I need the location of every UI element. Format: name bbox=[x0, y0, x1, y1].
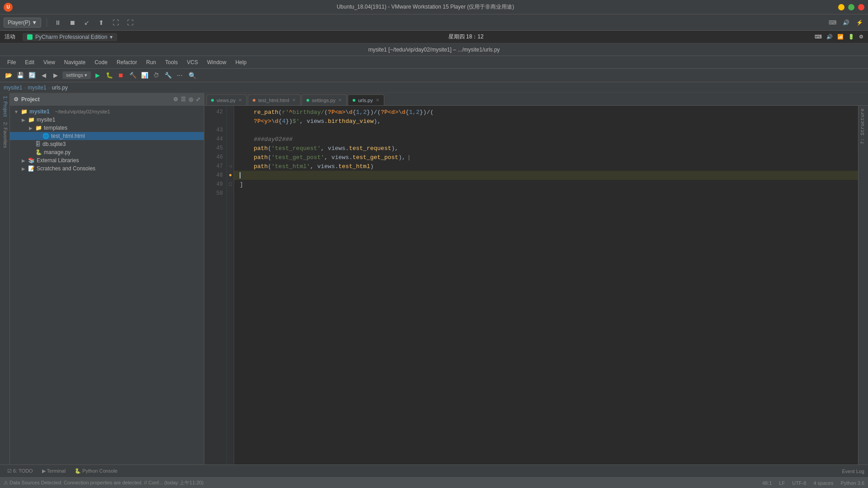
volume-icon[interactable]: 🔊 bbox=[826, 34, 833, 40]
sync-btn[interactable]: 🔄 bbox=[27, 70, 37, 80]
tab-urls[interactable]: urls.py ✕ bbox=[348, 94, 384, 105]
menu-tools[interactable]: Tools bbox=[161, 58, 181, 67]
activities-button[interactable]: 活动 bbox=[5, 33, 15, 41]
tree-db[interactable]: 🗄 db.sqlite3 bbox=[10, 140, 204, 148]
stop-run-btn[interactable]: ⏹ bbox=[116, 70, 126, 80]
tab-settings[interactable]: settings.py ✕ bbox=[302, 94, 347, 105]
settings-icon[interactable]: ⚙ bbox=[859, 34, 863, 40]
pycharm-indicator bbox=[27, 34, 33, 40]
charset[interactable]: UTF-8 bbox=[792, 480, 806, 486]
line-ending[interactable]: LF bbox=[779, 480, 785, 486]
back-btn[interactable]: ◀ bbox=[39, 70, 49, 80]
run-btn[interactable]: ▶ bbox=[93, 70, 103, 80]
tree-root[interactable]: ▼ 📁 mysite1 ~/tedu/vip/day02/mysite1 bbox=[10, 108, 204, 116]
vmware-toolbar: Player(P) ▼ ⏸ ⏹ ↙ ⬆ ⛶ ⛶ ⌨ 🔊 ⚡ bbox=[0, 14, 868, 31]
search-icon[interactable]: 🔍 bbox=[189, 72, 196, 79]
tree-manage[interactable]: 🐍 manage.py bbox=[10, 148, 204, 156]
code-content[interactable]: re_path(r'^birthday/(?P<m>\d{1,2})/(?P<d… bbox=[234, 106, 858, 465]
code-line-44: ###day02### bbox=[234, 135, 858, 144]
tools-btn2[interactable]: 🔧 bbox=[163, 70, 173, 80]
menu-window[interactable]: Window bbox=[203, 58, 230, 67]
menu-refactor[interactable]: Refactor bbox=[113, 58, 141, 67]
cursor-position[interactable]: 48:1 bbox=[762, 480, 772, 486]
profile-btn[interactable]: ⏱ bbox=[151, 70, 161, 80]
menu-edit[interactable]: Edit bbox=[21, 58, 38, 67]
editor-toolbar: 📂 💾 🔄 ◀ ▶ settings ▾ ▶ 🐛 ⏹ 🔨 📊 ⏱ 🔧 ⋯ 🔍 bbox=[0, 69, 868, 82]
menu-help[interactable]: Help bbox=[232, 58, 250, 67]
tab-urls-close[interactable]: ✕ bbox=[376, 98, 379, 103]
text-cursor bbox=[240, 172, 241, 179]
audio-ctrl-btn[interactable]: 🔊 bbox=[841, 18, 851, 28]
unity-btn[interactable]: ⛶ bbox=[110, 17, 121, 28]
network-icon[interactable]: 📶 bbox=[837, 34, 844, 40]
player-menu[interactable]: Player(P) ▼ bbox=[4, 18, 41, 28]
tab-views-close[interactable]: ✕ bbox=[238, 98, 242, 103]
project-layout-icon[interactable]: ☰ bbox=[181, 96, 186, 103]
tab-test-html-close[interactable]: ✕ bbox=[292, 98, 296, 103]
pycharm-app-name: PyCharm Professional Edition bbox=[35, 34, 107, 40]
fold-close-icon[interactable]: □ bbox=[229, 181, 232, 188]
terminal-tab[interactable]: ▶ Terminal bbox=[38, 467, 69, 475]
menu-vcs[interactable]: VCS bbox=[183, 58, 202, 67]
more-btn[interactable]: ⋯ bbox=[175, 70, 185, 80]
project-header-title: Project bbox=[21, 96, 170, 103]
indent-info[interactable]: 4 spaces bbox=[813, 480, 833, 486]
menu-navigate[interactable]: Navigate bbox=[61, 58, 89, 67]
prefs-btn[interactable]: ⛶ bbox=[125, 17, 136, 28]
forward-btn[interactable]: ▶ bbox=[51, 70, 61, 80]
coverage-btn[interactable]: 📊 bbox=[140, 70, 150, 80]
tree-templates[interactable]: ▶ 📁 templates bbox=[10, 124, 204, 132]
battery-icon[interactable]: 🔋 bbox=[848, 34, 854, 40]
pause-button[interactable]: ⏸ bbox=[52, 17, 63, 28]
stop-button[interactable]: ⏹ bbox=[67, 17, 78, 28]
editor-area: views.py ✕ test_html.html ✕ settings.py … bbox=[204, 93, 868, 465]
project-panel-label[interactable]: 1: Project bbox=[0, 93, 9, 119]
save-btn[interactable]: 💾 bbox=[15, 70, 25, 80]
menu-file[interactable]: File bbox=[4, 58, 19, 67]
tree-external-libs[interactable]: ▶ 📚 External Libraries bbox=[10, 156, 204, 164]
code-editor[interactable]: 42 43 44 45 46 47 48 49 50 bbox=[204, 106, 868, 465]
tree-mysite1-sub[interactable]: ▶ 📁 mysite1 bbox=[10, 116, 204, 124]
tab-views[interactable]: views.py ✕ bbox=[206, 94, 247, 105]
python-version[interactable]: Python 3.6 bbox=[840, 480, 864, 486]
project-scroll-icon[interactable]: ◎ bbox=[189, 96, 193, 103]
menu-view[interactable]: View bbox=[40, 58, 59, 67]
breadcrumb-settings[interactable]: settings ▾ bbox=[66, 72, 87, 78]
tree-scratches[interactable]: ▶ 📝 Scratches and Consoles bbox=[10, 164, 204, 173]
project-expand-icon[interactable]: ⤢ bbox=[196, 96, 200, 103]
build-btn[interactable]: 🔨 bbox=[128, 70, 138, 80]
event-log-btn[interactable]: Event Log bbox=[842, 469, 864, 474]
close-button[interactable] bbox=[858, 4, 864, 10]
pycharm-taskbar-item[interactable]: PyCharm Professional Edition ▾ bbox=[23, 33, 117, 41]
maximize-button[interactable] bbox=[848, 4, 854, 10]
status-bar: ⚠ Data Sources Detected: Connection prop… bbox=[0, 477, 868, 488]
structure-label[interactable]: 7: Structure bbox=[859, 106, 868, 147]
bc-urls[interactable]: urls.py bbox=[52, 84, 68, 91]
project-settings-icon[interactable]: ⚙ bbox=[173, 96, 178, 103]
minimize-button[interactable] bbox=[838, 4, 844, 10]
title-bar: U Ubuntu_18.04(1911) - VMware Workstatio… bbox=[0, 0, 868, 14]
tab-test-html[interactable]: test_html.html ✕ bbox=[248, 94, 300, 105]
code-line-48[interactable] bbox=[234, 171, 858, 180]
debug-btn[interactable]: 🐛 bbox=[104, 70, 114, 80]
menu-run[interactable]: Run bbox=[142, 58, 160, 67]
power-ctrl-btn[interactable]: ⚡ bbox=[854, 18, 864, 28]
tree-test-html[interactable]: 🌐 test_html.html bbox=[10, 132, 204, 140]
favorites-label[interactable]: 2: Favorites bbox=[0, 119, 9, 150]
bc-mysite1[interactable]: mysite1 bbox=[4, 84, 22, 91]
project-header-icons: ⚙ ☰ ◎ ⤢ bbox=[173, 96, 200, 103]
fullscreen-btn[interactable]: ⬆ bbox=[96, 17, 107, 28]
fold-icon-47[interactable]: ◁ bbox=[229, 164, 231, 169]
bc-mysite1-sub[interactable]: mysite1 bbox=[28, 84, 46, 91]
tab-settings-close[interactable]: ✕ bbox=[338, 98, 342, 103]
tab-views-label: views.py bbox=[217, 98, 236, 103]
pycharm-window: mysite1 [~/tedu/vip/day02/mysite1] – ...… bbox=[0, 43, 868, 488]
send-ctrl-btn[interactable]: ↙ bbox=[81, 17, 92, 28]
menu-code[interactable]: Code bbox=[91, 58, 111, 67]
todo-tab[interactable]: ☑ 6: TODO bbox=[4, 467, 37, 475]
structure-sidebar: 7: Structure bbox=[858, 106, 868, 465]
python-console-tab[interactable]: 🐍 Python Console bbox=[71, 467, 121, 475]
keyboard-icon[interactable]: ⌨ bbox=[815, 34, 822, 40]
open-file-btn[interactable]: 📂 bbox=[4, 70, 14, 80]
remote-ctrl-btn[interactable]: ⌨ bbox=[827, 18, 837, 28]
